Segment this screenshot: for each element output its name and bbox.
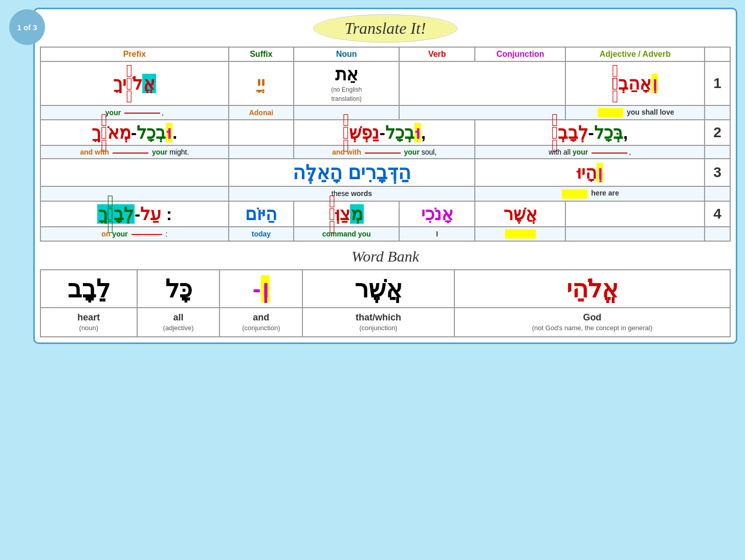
row1-suffix-eng: Adonai [229,105,294,120]
row4-adj-heb [565,201,705,227]
wb-god-eng: God (not God's name, the concept in gene… [454,308,730,337]
table-row: וּבְכָל‑מְאֹדֶ֫ךָ. וּבְכָל‑נַפְשְׁךָ֫, ב… [40,120,730,145]
row3-number: 3 [705,159,730,186]
row1-verb-conj-heb [399,61,565,105]
row2-conj-adj-eng: with all your , [475,145,705,159]
row1-suffix-heb: יְיָ [229,61,294,105]
row4-noun-eng: command you [294,227,399,241]
row2-prefix-heb: וּבְכָל‑מְאֹדֶ֫ךָ. [40,120,229,145]
row3-eng-num [705,186,730,201]
header-prefix: Prefix [40,47,229,61]
row2-conj-adj-heb: בְּכָל‑לְבָבְךָ֫, [475,120,705,145]
row2-noun-verb-heb: וּבְכָל‑נַפְשְׁךָ֫, [294,120,475,145]
row4-noun-heb: מְצַוְּךָ֫ [294,201,399,227]
page-counter: 1 of 3 [9,9,45,45]
row2-eng-num [705,145,730,159]
row2-suffix-heb [229,120,294,145]
word-bank-table: לֵבָב כָּל וְ- אֲשֶׁר אֱלֹהֵי heart (nou… [40,269,731,337]
wb-which-heb: אֲשֶׁר [302,270,454,308]
table-row: on your : today command you I [40,227,730,241]
row4-verb-eng: I [399,227,475,241]
row4-conj-eng [475,227,565,241]
word-bank-english-row: heart (noun) all (adjective) and (conjun… [40,308,730,337]
row1-verb-conj-eng [399,105,565,120]
word-bank-hebrew-row: לֵבָב כָּל וְ- אֲשֶׁר אֱלֹהֵי [40,270,730,308]
wb-all-heb: כָּל [137,270,220,308]
header-number [705,47,730,61]
wb-and-heb: וְ- [220,270,302,308]
row3-empty1 [40,159,229,186]
header-row: Prefix Suffix Noun Verb Conjunction Adje… [40,47,730,61]
row1-noun-heb: אֵת (no Englishtranslation) [294,61,399,105]
row3-verb-eng: here are [475,186,705,201]
table-row: אֱלֹהֶ֫יךָ יְיָ אֵת (no Englishtranslati… [40,61,730,105]
wb-heart-heb: לֵבָב [40,270,137,308]
row2-prefix-eng: and with your might. [40,145,229,159]
row4-adj-eng [565,227,705,241]
row4-suffix-eng: today [229,227,294,241]
row1-adj-heb: וְאָהַבְתָּ֫ [565,61,705,105]
row1-eng-num [705,105,730,120]
wb-all-eng: all (adjective) [137,308,220,337]
row1-noun-eng [294,105,399,120]
row4-number: 4 [705,201,730,227]
header-adjective: Adjective / Adverb [565,47,705,61]
row1-prefix-heb: אֱלֹהֶ֫יךָ [40,61,229,105]
row2-suffix-eng [229,145,294,159]
row4-conj-heb: אֲשֶׁר [475,201,565,227]
translate-table: Prefix Suffix Noun Verb Conjunction Adje… [40,47,731,242]
row4-suffix-heb: הַיּוֹם [229,201,294,227]
row2-number: 2 [705,120,730,145]
header-verb: Verb [399,47,475,61]
row2-noun-verb-eng: and with your soul, [294,145,475,159]
main-container: Translate It! Prefix Suffix Noun Verb Co… [33,8,737,344]
table-row: עַל‑לְבָבֶ֫ךָ : הַיּוֹם מְצַוְּךָ֫ אָנֹכ… [40,201,730,227]
header-noun: Noun [294,47,399,61]
wb-god-heb: אֱלֹהֵי [454,270,730,308]
header-suffix: Suffix [229,47,294,61]
row4-eng-num [705,227,730,241]
row4-prefix-heb: עַל‑לְבָבֶ֫ךָ : [40,201,229,227]
wb-heart-eng: heart (noun) [40,308,137,337]
header-conjunction: Conjunction [475,47,565,61]
table-row: הַדְּבָרִים הָאֵלֶּה וְהָיוּ 3 [40,159,730,186]
row3-main-eng: these words [229,186,475,201]
row1-adj-eng: you shall love [565,105,705,120]
wb-and-eng: and (conjunction) [220,308,302,337]
title-container: Translate It! [40,14,731,42]
row3-empty1-eng [40,186,229,201]
row3-main-heb: הַדְּבָרִים הָאֵלֶּה [229,159,475,186]
table-row: and with your might. and with your soul,… [40,145,730,159]
row1-prefix-eng: your , [40,105,229,120]
table-row: your , Adonai you shall love [40,105,730,120]
row3-verb-heb: וְהָיוּ [475,159,705,186]
page-title: Translate It! [313,14,457,42]
table-row: these words here are [40,186,730,201]
word-bank-title: Word Bank [40,242,731,269]
wb-which-eng: that/which (conjunction) [302,308,454,337]
row1-number: 1 [705,61,730,105]
row4-prefix-eng: on your : [40,227,229,241]
row4-verb-heb: אָנֹכִי [399,201,475,227]
